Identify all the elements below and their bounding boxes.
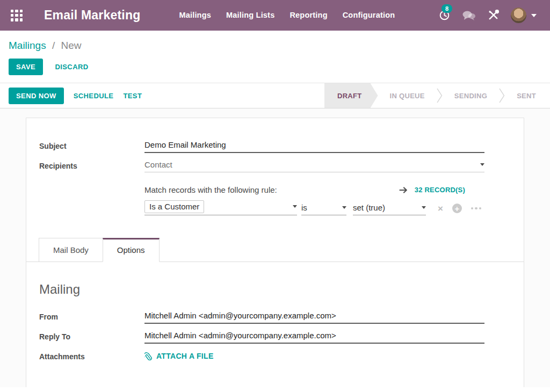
mailing-section-title: Mailing <box>39 282 511 297</box>
subject-row: Subject Demo Email Marketing <box>39 139 511 153</box>
chevron-down-icon <box>342 206 346 209</box>
rule-actions: × + <box>438 204 481 215</box>
nav-item-reporting[interactable]: Reporting <box>282 0 335 31</box>
chevron-down-icon <box>480 163 484 166</box>
attachments-label: Attachments <box>39 350 144 361</box>
status-chevron-icon <box>499 85 505 106</box>
records-count-label: 32 RECORD(S) <box>415 186 465 194</box>
add-rule-icon[interactable]: + <box>452 204 462 213</box>
status-step-draft[interactable]: DRAFT <box>324 83 378 108</box>
chevron-down-icon <box>422 206 426 209</box>
tools-icon <box>488 10 499 21</box>
user-avatar <box>511 8 526 23</box>
rule-field-select[interactable]: Is a Customer <box>144 200 297 215</box>
subject-label: Subject <box>39 139 144 153</box>
breadcrumb-separator: / <box>52 40 55 51</box>
app-title[interactable]: Email Marketing <box>44 8 140 23</box>
attachments-row: Attachments ATTACH A FILE <box>39 350 511 361</box>
recipients-row: Recipients Contact <box>39 159 511 172</box>
tab-options[interactable]: Options <box>103 238 160 262</box>
form-sheet: Subject Demo Email Marketing Recipients … <box>26 118 524 387</box>
records-count-button[interactable]: 32 RECORD(S) <box>399 186 484 194</box>
messages-menu[interactable] <box>456 10 482 21</box>
schedule-button[interactable]: SCHEDULE <box>74 92 114 100</box>
status-step-sent[interactable]: SENT <box>505 83 550 108</box>
recipients-label: Recipients <box>39 159 144 172</box>
content-area: Subject Demo Email Marketing Recipients … <box>0 108 550 387</box>
rule-value-value: set (true) <box>353 203 385 212</box>
recipients-select[interactable]: Contact <box>144 159 484 172</box>
test-button[interactable]: TEST <box>123 92 142 100</box>
from-row: From Mitchell Admin <admin@yourcompany.e… <box>39 310 511 324</box>
options-tab-pane: Mailing From Mitchell Admin <admin@yourc… <box>39 262 511 361</box>
reply-to-label: Reply To <box>39 330 144 344</box>
domain-rule-row: Is a Customer is set (true) × + <box>144 200 484 215</box>
statusbar: DRAFT IN QUEUE SENDING SENT <box>324 83 550 108</box>
rule-value-select[interactable]: set (true) <box>353 203 426 215</box>
control-panel-buttons: SAVE DISCARD <box>9 59 541 75</box>
rule-operator-value: is <box>301 203 307 212</box>
messages-icon <box>462 10 476 21</box>
status-chevron-icon <box>437 85 443 106</box>
activity-badge: 8 <box>442 4 452 13</box>
chevron-down-icon <box>293 205 297 208</box>
user-menu-caret-icon <box>531 14 537 17</box>
control-panel: Mailings / New SAVE DISCARD <box>0 31 550 83</box>
systray: 8 <box>433 8 542 23</box>
status-step-in-queue[interactable]: IN QUEUE <box>378 83 437 108</box>
attach-file-label: ATTACH A FILE <box>156 352 214 360</box>
delete-rule-icon[interactable]: × <box>438 204 443 213</box>
breadcrumb: Mailings / New <box>9 40 541 52</box>
more-options-icon[interactable] <box>471 207 482 210</box>
domain-row: Match records with the following rule: 3… <box>39 178 511 220</box>
nav-item-mailings[interactable]: Mailings <box>171 0 219 31</box>
nav-menu: Mailings Mailing Lists Reporting Configu… <box>171 0 402 31</box>
subject-input[interactable]: Demo Email Marketing <box>144 139 484 153</box>
paperclip-icon <box>144 352 153 360</box>
rule-field-value[interactable]: Is a Customer <box>144 200 204 213</box>
send-now-button[interactable]: SEND NOW <box>9 88 64 104</box>
reply-to-input[interactable]: Mitchell Admin <admin@yourcompany.exampl… <box>144 330 484 344</box>
rule-intro-text: Match records with the following rule: <box>144 185 277 194</box>
activity-menu[interactable]: 8 <box>433 10 456 21</box>
top-navbar: Email Marketing Mailings Mailing Lists R… <box>0 0 550 31</box>
apps-grid-icon[interactable] <box>11 10 23 21</box>
recipients-value: Contact <box>144 160 172 169</box>
discard-button[interactable]: DISCARD <box>55 63 89 71</box>
breadcrumb-current: New <box>61 40 82 51</box>
arrow-right-icon <box>399 186 408 194</box>
breadcrumb-mailings-link[interactable]: Mailings <box>9 40 46 51</box>
notebook-tabs: Mail Body Options <box>26 238 524 262</box>
reply-to-row: Reply To Mitchell Admin <admin@yourcompa… <box>39 330 511 344</box>
action-bar: SEND NOW SCHEDULE TEST DRAFT IN QUEUE SE… <box>0 83 550 108</box>
from-label: From <box>39 310 144 324</box>
tab-mail-body[interactable]: Mail Body <box>39 238 103 262</box>
nav-item-mailing-lists[interactable]: Mailing Lists <box>219 0 282 31</box>
status-step-sending[interactable]: SENDING <box>443 83 499 108</box>
attach-file-button[interactable]: ATTACH A FILE <box>144 350 484 360</box>
debug-tools-menu[interactable] <box>482 10 505 21</box>
user-menu[interactable] <box>505 8 542 23</box>
rule-operator-select[interactable]: is <box>301 203 346 215</box>
save-button[interactable]: SAVE <box>9 59 43 75</box>
from-input[interactable]: Mitchell Admin <admin@yourcompany.exampl… <box>144 310 484 324</box>
nav-item-configuration[interactable]: Configuration <box>335 0 403 31</box>
